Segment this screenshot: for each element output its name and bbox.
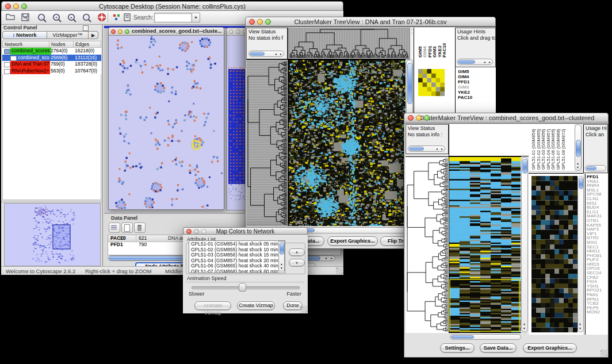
- tab-vizmapper[interactable]: VizMapper™: [47, 31, 89, 39]
- close-button[interactable]: [5, 3, 11, 9]
- status-welcome: Welcome to Cytoscape 2.6.2: [6, 268, 75, 274]
- speed-slider-thumb[interactable]: [239, 283, 246, 292]
- tv1-titlebar[interactable]: ClusterMaker TreeView : DNA and Tran 07-…: [245, 17, 496, 26]
- attribute-list-item[interactable]: GPL51-07 (GSM868) heat shock 60 min: [191, 269, 285, 274]
- help-lifesaver-icon[interactable]: [97, 13, 107, 22]
- network-name: combined_scores: [10, 48, 51, 55]
- network-list-row[interactable]: combined_sco2569(6)13112(15): [2, 55, 101, 62]
- col-header-network[interactable]: Network: [2, 41, 49, 48]
- minimize-button[interactable]: [13, 3, 19, 9]
- done-button[interactable]: Done: [283, 301, 303, 310]
- close-button[interactable]: [111, 29, 116, 34]
- dialog-resize-grip[interactable]: [300, 306, 307, 313]
- attribute-list[interactable]: GPL51-01 (GSM854) heat shock 05 minGPL51…: [189, 240, 285, 273]
- search-input[interactable]: [154, 13, 192, 22]
- zoom-button[interactable]: [21, 3, 27, 9]
- tv2-secondary-heatmap[interactable]: [531, 176, 577, 332]
- network-list-row[interactable]: DNA and Tran 07769(0)183728(0): [2, 61, 101, 68]
- tv1-row-dendrogram[interactable]: [246, 60, 287, 226]
- tv1-column-dendrogram[interactable]: [288, 28, 410, 58]
- control-panel-title: Control Panel: [3, 25, 37, 30]
- network-list-row[interactable]: combined_scores2764(0)16218(0): [2, 48, 101, 55]
- minimize-button[interactable]: [257, 19, 263, 25]
- tv2-column-label: GPL51-07 (GSM868): [556, 126, 561, 170]
- zoom-button[interactable]: [265, 19, 271, 25]
- network-name: RNAPuberNov2+: [10, 68, 50, 75]
- network-window-1[interactable]: combined_scores_good.txt--cluste...: [108, 27, 224, 210]
- search-label: Search:: [133, 14, 153, 21]
- table-icon[interactable]: [109, 223, 120, 233]
- zoom-button[interactable]: [125, 29, 129, 34]
- minimize-button[interactable]: [416, 115, 422, 121]
- svg-text:-: -: [41, 15, 43, 20]
- settings--button[interactable]: Settings...: [440, 343, 475, 352]
- minimize-button[interactable]: [236, 29, 240, 34]
- trash-icon[interactable]: [134, 223, 146, 233]
- network-view-canvas[interactable]: [109, 36, 223, 209]
- tv1-status-scrollbar[interactable]: ◂▸: [248, 51, 284, 57]
- network-list-row[interactable]: RNAPuberNov2+563(0)107847(0): [2, 68, 101, 75]
- close-button[interactable]: [408, 115, 414, 121]
- zoom-selected-icon[interactable]: ▪: [67, 13, 77, 22]
- col-header-edges[interactable]: Edges: [73, 41, 101, 48]
- resize-grip[interactable]: [336, 267, 343, 274]
- close-button[interactable]: [186, 229, 192, 234]
- zoom-in-icon[interactable]: +: [52, 13, 62, 22]
- export-graphics--button[interactable]: Export Graphics...: [523, 343, 577, 352]
- search-dropdown-button[interactable]: ▼: [192, 13, 200, 22]
- tv2-status-scrollbar[interactable]: ◂▸: [408, 145, 445, 152]
- minimize-button[interactable]: [118, 29, 123, 34]
- float-panel-icon[interactable]: [83, 25, 89, 31]
- export-graphics--button[interactable]: Export Graphics...: [327, 236, 378, 246]
- scroll-right-arrow[interactable]: ▸: [331, 257, 332, 260]
- tv1-summary-heatmap[interactable]: [418, 69, 445, 96]
- tv1-heatmap[interactable]: [288, 60, 406, 226]
- save-icon[interactable]: [21, 13, 31, 22]
- attribute-list-scrollbar[interactable]: ▴▾: [278, 241, 285, 271]
- close-button[interactable]: [229, 29, 234, 34]
- tv2-row-dendrogram[interactable]: [406, 157, 448, 332]
- animate-vizmap-button[interactable]: Animate Vizmap: [194, 301, 231, 310]
- svg-text:+: +: [55, 15, 58, 20]
- create-vizmap-button[interactable]: Create Vizmap: [237, 301, 275, 310]
- tab-network[interactable]: ⁝ Network: [2, 31, 47, 39]
- status-pan-hint: Middle-: [165, 268, 183, 274]
- tv2-heatmap[interactable]: [449, 157, 521, 332]
- zoom-button[interactable]: [424, 115, 430, 121]
- tv2-hints-scrollbar[interactable]: [585, 165, 606, 171]
- row-id: PFD1: [110, 242, 123, 248]
- tv2-resize-grip[interactable]: [600, 350, 607, 357]
- birdseye-view[interactable]: [4, 203, 101, 266]
- tv2-heat2-scrollbar[interactable]: ▴▾: [577, 176, 584, 332]
- main-titlebar[interactable]: Cytoscape Desktop (Session Name: collins…: [1, 1, 343, 11]
- move-down-button[interactable]: ∨: [289, 259, 305, 266]
- tv2-vscrollbar[interactable]: ▴▾: [521, 157, 528, 332]
- edges-count: 16218(0): [75, 48, 94, 55]
- annotation-icon[interactable]: [123, 13, 133, 22]
- tab-overflow-button[interactable]: ▶: [89, 31, 98, 39]
- node-attr-icon[interactable]: [112, 13, 122, 22]
- move-up-button[interactable]: ∧: [289, 248, 305, 256]
- save-data--button[interactable]: Save Data...: [480, 343, 517, 352]
- tv1-row-label: YKE2: [458, 90, 496, 95]
- tv1-row-label: GIM3: [458, 85, 496, 90]
- tv1-hints-scrollbar[interactable]: ◂▸: [457, 59, 493, 65]
- tv2-column-labels: GPL51-01 (GSM854)GPL51-02 (GSM855)GPL51-…: [529, 124, 575, 171]
- scroll-left-arrow[interactable]: ◂: [325, 257, 327, 260]
- tv1-row-label: PAC10: [458, 95, 496, 100]
- close-button[interactable]: [249, 19, 255, 25]
- tv2-collabel-scrollbar[interactable]: ▴▾: [575, 124, 582, 171]
- zoom-fit-icon[interactable]: ·: [82, 13, 92, 22]
- tv2-titlebar[interactable]: ClusterMaker TreeView : combined_scores_…: [404, 113, 609, 122]
- new-page-icon[interactable]: [121, 223, 133, 233]
- nodes-count: 769(0): [51, 61, 65, 68]
- zoom-out-icon[interactable]: -: [37, 13, 47, 22]
- tv1-row-label: PFD1: [458, 79, 496, 85]
- dialog-titlebar[interactable]: Map Colors to Network: [183, 227, 308, 235]
- tv2-hscrollbar[interactable]: [450, 334, 521, 340]
- file-icon: [4, 62, 10, 67]
- open-folder-icon[interactable]: [6, 13, 16, 22]
- network-name: combined_sco: [17, 55, 51, 62]
- nodes-count: 2764(0): [51, 48, 67, 55]
- col-header-nodes[interactable]: Nodes: [49, 41, 74, 48]
